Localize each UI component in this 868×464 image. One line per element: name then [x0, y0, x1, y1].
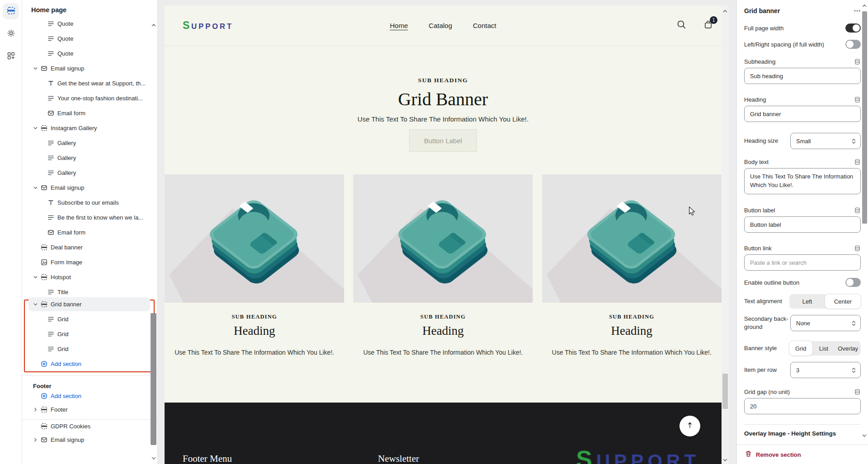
nav-link[interactable]: Catalog	[429, 22, 452, 29]
segment-option[interactable]: List	[812, 341, 835, 356]
overlay-image-settings-heading[interactable]: Overlay Image - Height Settings	[744, 430, 861, 437]
chevron[interactable]	[40, 81, 47, 86]
dynamic-source-icon[interactable]	[854, 389, 861, 395]
cart-icon[interactable]: 1	[703, 19, 713, 32]
lr-spacing-toggle[interactable]	[845, 40, 861, 49]
grid-item[interactable]: SUB HEADING Heading Use This Text To Sha…	[165, 174, 344, 356]
segment-option[interactable]: Overlay	[835, 341, 861, 356]
dynamic-source-icon[interactable]	[854, 58, 861, 65]
segment-option[interactable]: Left	[789, 294, 825, 309]
nav-link[interactable]: Home	[390, 22, 408, 29]
grid-gap-input[interactable]	[744, 398, 861, 414]
chevron[interactable]	[40, 317, 47, 322]
chevron[interactable]	[33, 260, 41, 265]
tree-row[interactable]: Form Image	[22, 255, 157, 270]
heading-size-select[interactable]: Small	[790, 133, 861, 149]
chevron[interactable]	[33, 423, 41, 429]
tree-row[interactable]: Gallery	[22, 150, 157, 165]
tree-row[interactable]: Grid	[25, 312, 154, 327]
chevron[interactable]	[33, 393, 41, 398]
chevron-right-icon[interactable]	[33, 407, 41, 412]
scroll-up-icon[interactable]	[151, 22, 156, 27]
chevron[interactable]	[33, 361, 41, 367]
chevron-down-icon[interactable]	[33, 275, 41, 280]
tree-row[interactable]: Email signup	[22, 61, 157, 76]
search-icon[interactable]	[676, 19, 687, 32]
button-label-input[interactable]	[744, 216, 861, 233]
tree-row[interactable]: Add section	[25, 356, 154, 371]
chevron-right-icon[interactable]	[33, 437, 41, 442]
dynamic-source-icon[interactable]	[854, 207, 861, 214]
heading-input[interactable]	[744, 106, 861, 122]
more-options-icon[interactable]	[854, 7, 861, 14]
sidebar-scrollbar[interactable]	[151, 313, 156, 445]
tree-row[interactable]: Subscribe to our emails	[22, 195, 157, 210]
chevron[interactable]	[40, 21, 47, 27]
hero-button[interactable]: Button Label	[409, 129, 477, 152]
tree-row[interactable]: Email form	[22, 106, 157, 121]
dynamic-source-icon[interactable]	[854, 159, 861, 165]
tree-row[interactable]: Get the best wear at Support, th...	[22, 76, 157, 91]
chevron[interactable]	[40, 290, 47, 295]
chevron-down-icon[interactable]	[33, 66, 41, 71]
full-page-width-toggle[interactable]	[845, 23, 861, 33]
chevron[interactable]	[40, 332, 47, 337]
chevron[interactable]	[40, 230, 47, 235]
item-per-row-select[interactable]: 3	[790, 362, 861, 378]
preview-scrollbar[interactable]	[722, 5, 729, 464]
scroll-down-icon[interactable]	[151, 455, 156, 460]
tree-row[interactable]: Add section	[22, 389, 157, 403]
chevron[interactable]	[40, 215, 47, 220]
segment-option[interactable]: Grid	[789, 341, 812, 356]
tree-row[interactable]: Email signup	[22, 433, 157, 446]
body-text-input[interactable]: Use This Text To Share The Information W…	[744, 168, 861, 194]
tree-row[interactable]: Footer	[22, 403, 157, 416]
tree-row[interactable]: Gallery	[22, 165, 157, 180]
chevron[interactable]	[40, 51, 47, 56]
tree-row[interactable]: Gallery	[22, 136, 157, 150]
remove-section-button[interactable]: Remove section	[737, 445, 868, 464]
chevron-down-icon[interactable]	[33, 302, 41, 307]
panel-scrollbar[interactable]	[862, 11, 867, 224]
chevron[interactable]	[40, 96, 47, 101]
apps-button[interactable]	[3, 48, 19, 65]
tree-row[interactable]: Instagram Gallery	[22, 121, 157, 136]
scroll-to-top-button[interactable]	[679, 416, 700, 436]
tree-row[interactable]: Grid	[25, 342, 154, 356]
sections-panel-button[interactable]	[3, 3, 19, 19]
tree-row[interactable]: Grid	[25, 327, 154, 342]
segment-option[interactable]: Center	[825, 294, 861, 309]
nav-link[interactable]: Contact	[473, 22, 496, 29]
scroll-down-icon[interactable]	[862, 433, 867, 438]
tree-row[interactable]: Quote	[22, 31, 157, 46]
tree-row[interactable]: Be the first to know when we la...	[22, 210, 157, 225]
dynamic-source-icon[interactable]	[854, 245, 861, 252]
scroll-down-icon[interactable]	[722, 456, 728, 462]
tree-row[interactable]: Grid banner	[25, 297, 154, 312]
chevron-down-icon[interactable]	[33, 126, 41, 131]
chevron[interactable]	[40, 141, 47, 146]
chevron-down-icon[interactable]	[33, 185, 41, 191]
scroll-up-icon[interactable]	[722, 8, 728, 13]
secondary-background-select[interactable]: None	[790, 315, 861, 331]
tree-row[interactable]: Your one-stop fashion destinati...	[22, 91, 157, 106]
dynamic-source-icon[interactable]	[854, 96, 861, 103]
grid-item[interactable]: SUB HEADING Heading Use This Text To Sha…	[353, 174, 533, 356]
tree-row[interactable]: Quote	[22, 20, 157, 31]
chevron[interactable]	[40, 111, 47, 116]
chevron[interactable]	[40, 200, 47, 206]
chevron[interactable]	[40, 155, 47, 161]
chevron[interactable]	[40, 170, 47, 176]
tree-row[interactable]: GDPR Cookies	[22, 419, 157, 433]
chevron[interactable]	[40, 347, 47, 352]
chevron[interactable]	[40, 36, 47, 42]
chevron[interactable]	[33, 245, 41, 250]
subheading-input[interactable]	[744, 68, 861, 84]
store-logo[interactable]: SUPPORT	[183, 19, 233, 32]
tree-row[interactable]: Deal banner	[22, 240, 157, 255]
preview-scrollbar-thumb[interactable]	[722, 374, 728, 409]
theme-settings-button[interactable]	[3, 26, 19, 42]
grid-item[interactable]: SUB HEADING Heading Use This Text To Sha…	[542, 174, 722, 356]
tree-row[interactable]: Quote	[22, 46, 157, 61]
button-link-input[interactable]	[744, 254, 861, 271]
